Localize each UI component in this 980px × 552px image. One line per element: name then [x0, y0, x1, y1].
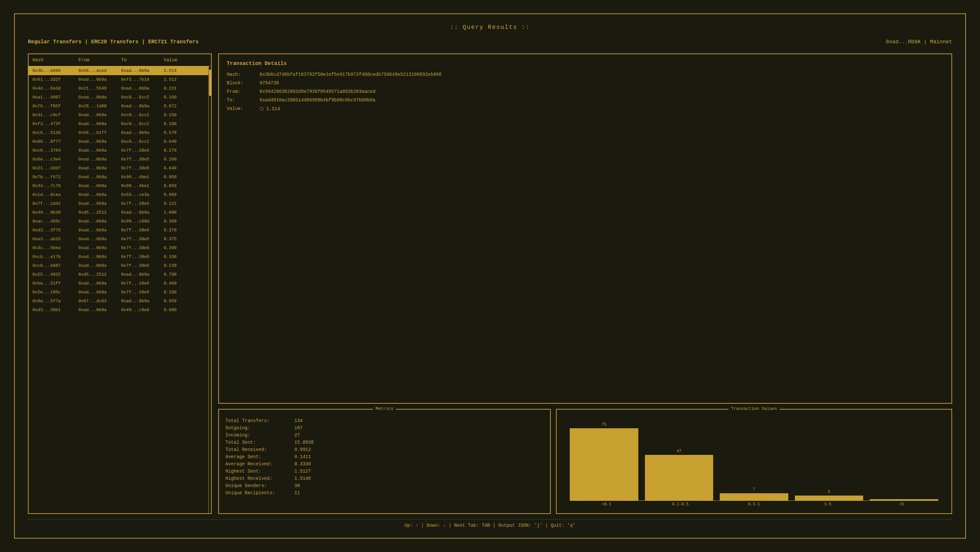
table-row[interactable]: 0x6e...c3e4 0xad...0b9a 0x7f...38e5 0.26…: [29, 155, 208, 164]
cell-to: 0x7f...38e5: [121, 237, 164, 242]
address-display: 0xad...0b9A: [886, 39, 921, 45]
table-header-row: Hash From To Value: [29, 54, 211, 66]
cell-value: 0.050: [164, 175, 190, 180]
right-panel: Transaction Details Hash: 0x3b6cd7d6bfaf…: [218, 54, 952, 514]
cell-hash: 0x76...f95f: [32, 104, 78, 109]
metric-label: Unique Senders:: [226, 483, 291, 488]
table-row[interactable]: 0x49...9b38 0xd5...2512 0xad...0b9a 1.00…: [29, 208, 208, 217]
cell-value: 1.000: [164, 210, 190, 215]
table-row[interactable]: 0x25...4932 0xd5...2512 0xad...0b9a 0.70…: [29, 270, 208, 279]
tab-regular-transfers[interactable]: Regular Transfers: [28, 39, 81, 45]
nav-sep-3: |: [924, 39, 927, 45]
nav-tabs[interactable]: Regular Transfers | ERC20 Transfers | ER…: [28, 39, 199, 45]
table-row[interactable]: 0xc8...3764 0xad...0b9a 0x7f...38e5 0.27…: [29, 146, 208, 155]
cell-value: 0.231: [164, 86, 190, 91]
metric-row: Unique Recipients: 11: [226, 490, 544, 496]
table-row[interactable]: 0x21...d3d7 0xad...0b9a 0x7f...38e5 0.04…: [29, 164, 208, 173]
cell-to: 0x7f...38e5: [121, 157, 164, 162]
value-label: Value:: [227, 106, 253, 111]
table-row[interactable]: 0xa3...ab15 0xad...0b9a 0x7f...38e5 0.37…: [29, 235, 208, 243]
bar-group: 75: [570, 422, 638, 501]
table-row[interactable]: 0xd3...30b1 0xad...0b9a 0x49...c0a8 0.60…: [29, 305, 208, 314]
cell-from: 0xad...0b9a: [78, 192, 121, 197]
cell-from: 0xad...0b9a: [78, 255, 121, 259]
chart-panel: Transaction Values 75 47 7 5 <0.10.1-0.5…: [556, 409, 952, 514]
tab-erc721-transfers[interactable]: ERC721 Transfers: [148, 39, 199, 45]
detail-to-row: To: 0xad4010ac206b14d66999b4bf9b80c6bc97…: [227, 97, 943, 103]
metric-value: 1.5146: [294, 476, 311, 481]
table-row[interactable]: 0xa1...4097 0xad...0b9a 0xc0...6cc2 0.10…: [29, 93, 208, 102]
detail-block-row: Block: 9794730: [227, 80, 943, 86]
metric-value: 30: [294, 483, 300, 488]
table-row[interactable]: 0x31...c9cf 0xad...0b9a 0xc0...6cc2 0.15…: [29, 111, 208, 119]
metric-label: Total Transfers:: [226, 418, 291, 423]
cell-from: 0xad...0b9a: [78, 166, 121, 171]
cell-value: 0.072: [164, 104, 190, 109]
table-row[interactable]: 0xcb...e17b 0xad...0b9a 0x7f...38e5 0.33…: [29, 252, 208, 261]
table-row[interactable]: 0x3b...b666 0x56...aced 0xad...0b9a 1.51…: [29, 66, 208, 75]
cell-hash: 0x49...9b38: [32, 210, 78, 215]
table-row[interactable]: 0x9a...5f7a 0x07...dc63 0xad...0b9a 0.95…: [29, 297, 208, 305]
detail-value-row: Value: ⬡ 1.514: [227, 106, 943, 111]
table-row[interactable]: 0x1d...6cea 0xad...0b9a 0x59...ce3a 0.08…: [29, 190, 208, 199]
cell-value: 0.700: [164, 272, 190, 277]
cell-hash: 0x88...8f77: [32, 139, 78, 144]
from-label: From:: [227, 89, 253, 94]
cell-to: 0xad...0b9a: [121, 104, 164, 109]
metrics-grid: Total Transfers: 134 Outgoing: 107 Incom…: [226, 418, 544, 496]
bar-x-label: 0.5-1: [717, 502, 791, 507]
table-body[interactable]: 0x3b...b666 0x56...aced 0xad...0b9a 1.51…: [29, 66, 208, 513]
table-row[interactable]: 0x76...f95f 0x28...1d60 0xad...0b9a 0.07…: [29, 102, 208, 111]
cell-to: 0xc0...6cc2: [121, 113, 164, 118]
cell-from: 0xd5...2512: [78, 272, 121, 277]
metric-value: 107: [294, 425, 302, 431]
metric-row: Incoming: 27: [226, 433, 544, 438]
cell-from: 0x56...aced: [78, 68, 121, 73]
table-row[interactable]: 0xf3...473f 0xad...0b9a 0xc0...6cc2 0.18…: [29, 119, 208, 128]
cell-from: 0xad...0b9a: [78, 175, 121, 180]
cell-value: 0.578: [164, 130, 190, 135]
nav-sep-1: |: [85, 39, 88, 45]
scroll-thumb[interactable]: [209, 70, 211, 96]
table-row[interactable]: 0x4d...6a3d 0x21...5549 0xad...0b9a 0.23…: [29, 84, 208, 93]
scrollbar[interactable]: [208, 66, 211, 513]
bar: [645, 455, 713, 501]
from-value: 0x564286362092d8e7936f0549571a803b203aac…: [259, 89, 375, 94]
metric-value: 8.9912: [294, 447, 311, 452]
table-row[interactable]: 0x3c...5bea 0xad...0b9a 0x7f...38e5 0.39…: [29, 243, 208, 252]
hash-label: Hash:: [227, 72, 253, 77]
table-row[interactable]: 0x7b...f672 0xad...0b9a 0x99...4be1 0.05…: [29, 173, 208, 181]
table-row[interactable]: 0x7f...1d42 0xad...0b9a 0x7f...38e5 0.22…: [29, 199, 208, 208]
hash-value: 0x3b6cd7d6bfaf163792f50e1ef5e917b972f408…: [259, 72, 442, 77]
block-value: 9794730: [259, 80, 279, 86]
table-row[interactable]: 0xc6...5138 0x56...b17f 0xad...0b9a 0.57…: [29, 128, 208, 137]
table-row[interactable]: 0x88...8f77 0xad...0b9a 0xc0...6cc2 0.04…: [29, 137, 208, 146]
cell-hash: 0x6e...c3e4: [32, 157, 78, 162]
cell-to: 0x7f...38e5: [121, 166, 164, 171]
tab-erc20-transfers[interactable]: ERC20 Transfers: [91, 39, 138, 45]
table-row[interactable]: 0xc0...b887 0xad...0b9a 0x7f...38e5 0.23…: [29, 261, 208, 270]
cell-from: 0xd5...2512: [78, 210, 121, 215]
table-row[interactable]: 0xd3...3f75 0xad...0b9a 0x7f...38e5 0.37…: [29, 226, 208, 235]
cell-from: 0x28...1d60: [78, 104, 121, 109]
table-row[interactable]: 0x34...7c76 0xad...0b9a 0x99...4be1 0.05…: [29, 181, 208, 190]
cell-from: 0xad...0b9a: [78, 228, 121, 233]
table-row[interactable]: 0xba...51ff 0xad...0b9a 0x7f...38e5 0.48…: [29, 279, 208, 288]
block-label: Block:: [227, 80, 253, 86]
bar-group: [870, 498, 938, 501]
metrics-panel: Metrics Total Transfers: 134 Outgoing: 1…: [218, 409, 551, 514]
bar-x-label: <0.1: [570, 502, 644, 507]
bar-x-label: 1-5: [791, 502, 865, 507]
table-row[interactable]: 0x61...332f 0xad...0b9a 0xf3...7b18 1.51…: [29, 75, 208, 84]
cell-value: 0.399: [164, 245, 190, 250]
metric-label: Unique Recipients:: [226, 490, 291, 496]
bar: [570, 428, 638, 501]
bar-group: 5: [795, 490, 864, 501]
table-row[interactable]: 0x2e...195c 0xad...0b9a 0x7f...38e5 0.20…: [29, 288, 208, 297]
metric-row: Average Sent: 0.1411: [226, 454, 544, 460]
cell-to: 0xad...0b9a: [121, 130, 164, 135]
bar-x-label: >5: [864, 502, 938, 507]
cell-to: 0x99...c69d: [121, 219, 164, 224]
col-header-hash: Hash: [32, 57, 78, 63]
table-row[interactable]: 0xac...455c 0xad...0b9a 0x99...c69d 0.36…: [29, 217, 208, 226]
